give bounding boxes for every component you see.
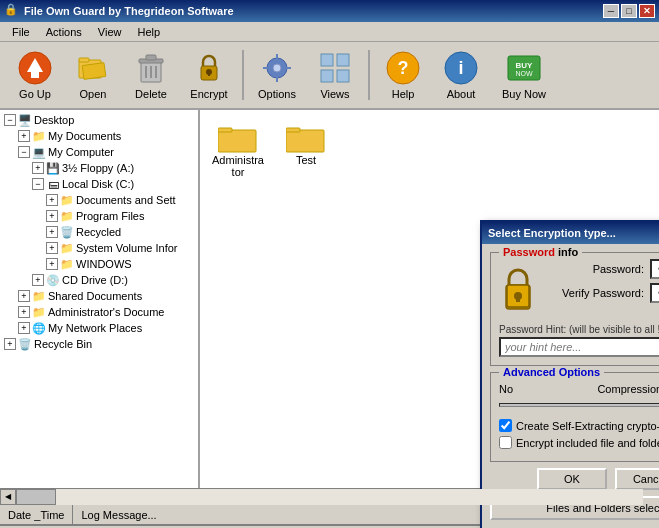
expand-cdd[interactable]: + [32,274,44,286]
menu-view[interactable]: View [90,24,130,40]
tree-label-cdd: CD Drive (D:) [62,274,128,286]
svg-text:BUY: BUY [516,61,534,70]
tree-item-localc[interactable]: − 🖴 Local Disk (C:) [2,176,196,192]
tree-label-shareddocs: Shared Documents [48,290,142,302]
expand-docsettings[interactable]: + [46,194,58,206]
tree-label-mycomputer: My Computer [48,146,114,158]
log-label: Log Message... [81,509,156,521]
expand-recycled[interactable]: + [46,226,58,238]
compression-row: No Compression Level: Best [499,383,659,395]
tree-item-windows[interactable]: + 📁 WINDOWS [2,256,196,272]
dialog-body: Password info [482,244,659,528]
tree-label-mydocs: My Documents [48,130,121,142]
svg-rect-39 [516,296,520,302]
tree-item-floppy[interactable]: + 💾 3½ Floppy (A:) [2,160,196,176]
hint-input[interactable] [499,337,659,357]
close-button[interactable]: ✕ [639,4,655,18]
expand-recycle[interactable]: + [4,338,16,350]
recycle-icon: 🗑️ [18,337,32,351]
minimize-button[interactable]: ─ [603,4,619,18]
encrypt-button[interactable]: Encrypt [182,46,236,104]
expand-floppy[interactable]: + [32,162,44,174]
cancel-button[interactable]: Cancel [615,468,659,490]
encrypt-names-checkbox[interactable] [499,436,512,449]
svg-text:i: i [458,58,463,78]
buy-now-button[interactable]: BUY NOW Buy Now [492,46,556,104]
svg-rect-8 [146,55,156,60]
go-up-button[interactable]: Go Up [8,46,62,104]
expand-admindocs[interactable]: + [18,306,30,318]
expand-windows[interactable]: + [46,258,58,270]
ok-button[interactable]: OK [537,468,607,490]
tree-item-desktop[interactable]: − 🖥️ Desktop [2,112,196,128]
expand-network[interactable]: + [18,322,30,334]
svg-rect-19 [263,67,269,69]
self-extract-checkbox[interactable] [499,419,512,432]
svg-rect-24 [337,70,349,82]
tree-item-recycled[interactable]: + 🗑️ Recycled [2,224,196,240]
menu-file[interactable]: File [4,24,38,40]
views-button[interactable]: Views [308,46,362,104]
expand-localc[interactable]: − [32,178,44,190]
expand-programfiles[interactable]: + [46,210,58,222]
delete-button[interactable]: Delete [124,46,178,104]
window-controls: ─ □ ✕ [603,4,655,18]
expand-mycomputer[interactable]: − [18,146,30,158]
help-button[interactable]: ? Help [376,46,430,104]
tree-item-cdd[interactable]: + 💿 CD Drive (D:) [2,272,196,288]
views-label: Views [320,88,349,100]
tree-label-localc: Local Disk (C:) [62,178,134,190]
show-password-row: Show Password [545,307,659,320]
tree-item-recycle[interactable]: + 🗑️ Recycle Bin [2,336,196,352]
scroll-thumb[interactable] [16,489,56,505]
options-label: Options [258,88,296,100]
lock-icon [499,263,537,315]
open-icon [75,50,111,86]
tree-item-sysvolinfo[interactable]: + 📁 System Volume Infor [2,240,196,256]
verify-input[interactable] [650,283,659,303]
mydocs-icon: 📁 [32,129,46,143]
tree-item-shareddocs[interactable]: + 📁 Shared Documents [2,288,196,304]
encrypt-label: Encrypt [190,88,227,100]
options-button[interactable]: Options [250,46,304,104]
svg-rect-35 [286,128,300,132]
expand-sysvolinfo[interactable]: + [46,242,58,254]
file-item-test[interactable]: Test [276,118,336,182]
dialog-title-bar: Select Encryption type... ? ✕ [482,222,659,244]
tree-label-windows: WINDOWS [76,258,132,270]
tree-item-mydocs[interactable]: + 📁 My Documents [2,128,196,144]
advanced-word: Advanced Options [503,366,600,378]
dialog-buttons: OK Cancel Options... [490,468,659,490]
tree-item-mycomputer[interactable]: − 💻 My Computer [2,144,196,160]
svg-rect-34 [286,130,324,152]
sysvolinfo-icon: 📁 [60,241,74,255]
folder-icon-administrator [218,122,258,154]
tree-label-recycled: Recycled [76,226,121,238]
about-button[interactable]: i About [434,46,488,104]
about-label: About [447,88,476,100]
menu-actions[interactable]: Actions [38,24,90,40]
tree-item-programfiles[interactable]: + 📁 Program Files [2,208,196,224]
expand-shareddocs[interactable]: + [18,290,30,302]
password-input[interactable] [650,259,659,279]
maximize-button[interactable]: □ [621,4,637,18]
tree-label-docsettings: Documents and Sett [76,194,176,206]
tree-item-admindocs[interactable]: + 📁 Administrator's Docume [2,304,196,320]
compression-label: Compression Level: [517,383,659,395]
expand-mydocs[interactable]: + [18,130,30,142]
tree-item-network[interactable]: + 🌐 My Network Places [2,320,196,336]
svg-rect-5 [82,63,106,80]
svg-text:NOW: NOW [515,70,533,77]
expand-desktop[interactable]: − [4,114,16,126]
recycled-icon: 🗑️ [60,225,74,239]
svg-rect-2 [31,72,39,78]
file-panel: Administrator Test Select Encryption typ… [200,110,659,488]
help-icon: ? [385,50,421,86]
scroll-left-button[interactable]: ◀ [0,489,16,505]
options-icon [259,50,295,86]
tree-item-docsettings[interactable]: + 📁 Documents and Sett [2,192,196,208]
svg-rect-23 [321,70,333,82]
open-button[interactable]: Open [66,46,120,104]
file-item-administrator[interactable]: Administrator [208,118,268,182]
menu-help[interactable]: Help [129,24,168,40]
